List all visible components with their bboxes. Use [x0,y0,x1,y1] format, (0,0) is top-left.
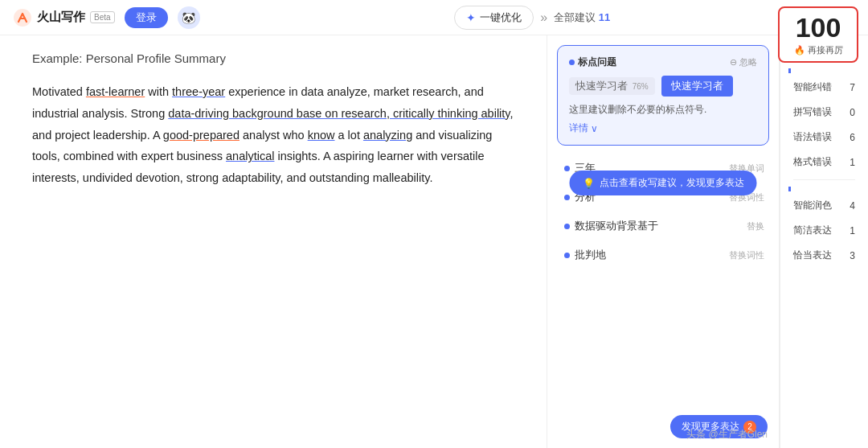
sidebar-apt[interactable]: 恰当表达 3 [787,245,862,266]
replace-area: 快速学习者 76% 快速学习者 [569,76,757,97]
item-sub: 替换 [747,220,764,232]
word-analytical: analytical [226,150,274,162]
card-tag-label: 标点问题 [578,55,616,69]
word-three-year: three-year [172,85,225,98]
suggestions-text: 全部建议 [554,11,596,23]
suggestion-panel: 标点问题 ⊖ 忽略 快速学习者 76% 快速学习者 这里建议删除不必要的标点符号… [547,35,780,448]
doc-body: Motivated fast-learner with three-year e… [32,81,522,189]
main-area: Example: Personal Profile Summary Motiva… [0,35,868,448]
sidebar-cat-smart [788,68,862,73]
card-header: 标点问题 ⊖ 忽略 [569,55,757,69]
score-sub: 🔥 再接再厉 [794,44,843,56]
sidebar-grammar-error[interactable]: 语法错误 6 [787,126,862,148]
detail-label: 详情 [569,121,588,135]
sidebar-format-error[interactable]: 格式错误 1 [787,151,862,173]
avatar-button[interactable]: 🐼 [178,6,200,29]
word-fast-learner: fast-learner [86,85,145,98]
optimize-button[interactable]: ✦ 一键优化 [454,6,534,30]
dot-icon [564,253,570,258]
smart-tone-label: 智能润色 [793,199,832,212]
navbar: 火山写作 Beta 登录 🐼 ✦ 一键优化 » 全部建议 11 [0,0,868,35]
navbar-center: ✦ 一键优化 » 全部建议 11 [210,6,855,30]
item-label: 批判地 [575,248,606,262]
doc-title: Example: Personal Profile Summary [32,51,522,65]
suggestion-item-2[interactable]: 数据驱动背景基于 替换 [547,212,779,240]
original-word: 快速学习者 76% [569,77,655,95]
spell-label: 拼写错误 [793,105,832,119]
grammar-label: 语法错误 [793,130,832,144]
sidebar-cat-polish [788,187,862,191]
score-tag: 76% [633,82,649,91]
ignore-label: 忽略 [739,56,757,68]
login-button[interactable]: 登录 [125,7,168,28]
smart-tone-count: 4 [850,200,855,212]
word-good-prepared: good-prepared [163,129,240,142]
smart-count: 7 [850,82,855,93]
smart-label: 智能纠错 [793,80,832,94]
card-desc: 这里建议删除不必要的标点符号. [569,103,757,117]
spark-icon: ✦ [466,11,476,24]
tooltip-text: 点击查看改写建议，发现更多表达 [600,176,744,190]
circle-icon: ⊖ [730,57,737,68]
bulb-icon: 💡 [583,178,595,189]
card-detail-link[interactable]: 详情 ∨ [569,121,757,135]
card-tag: 标点问题 [569,55,616,69]
brand-logo-icon [13,8,32,27]
optimize-label: 一键优化 [480,10,522,25]
sidebar-spell-error[interactable]: 拼写错误 0 [787,101,862,123]
sidebar-smart-tone[interactable]: 智能润色 4 [787,195,862,216]
apt-label: 恰当表达 [793,249,832,262]
concise-label: 简洁表达 [793,224,832,237]
ignore-button[interactable]: ⊖ 忽略 [730,56,757,68]
format-label: 格式错误 [793,155,832,169]
score-sub-label: 再接再厉 [808,44,843,56]
spell-count: 0 [850,107,855,118]
format-count: 1 [850,157,855,168]
word-analyzing: analyzing [363,129,412,142]
concise-count: 1 [850,225,855,236]
replace-word-button[interactable]: 快速学习者 [661,76,733,97]
sidebar-concise[interactable]: 简洁表达 1 [787,220,862,241]
sidebar-divider [793,179,855,180]
sidebar-smart-error[interactable]: 智能纠错 7 [787,76,862,98]
svg-point-0 [14,9,31,27]
fire-icon: 🔥 [794,45,805,55]
dot-icon [564,224,570,229]
suggestion-card-punctuation[interactable]: 标点问题 ⊖ 忽略 快速学习者 76% 快速学习者 这里建议删除不必要的标点符号… [557,45,769,146]
original-word-text: 快速学习者 [575,80,628,92]
apt-count: 3 [850,250,855,261]
detail-arrow-icon: ∨ [591,123,598,134]
grammar-count: 6 [850,132,855,143]
item-sub: 替换词性 [729,249,764,261]
dot-icon [569,60,575,65]
item-label: 数据驱动背景基于 [575,219,658,233]
score-box: 100 🔥 再接再厉 [778,6,858,63]
dot-icon [564,195,570,200]
word-know: know [308,129,335,142]
brand: 火山写作 Beta [13,8,115,27]
suggestion-item-3[interactable]: 批判地 替换词性 [547,240,779,269]
word-data-driving: data-driving background base on research… [168,107,510,120]
suggestions-label: 全部建议 11 [554,10,610,25]
text-editor[interactable]: Example: Personal Profile Summary Motiva… [0,35,547,448]
more-button[interactable]: » [540,10,547,25]
suggestions-count: 11 [599,11,610,23]
beta-badge: Beta [90,11,115,23]
score-number: 100 [796,14,841,41]
tooltip-container: 数据驱动背景基于 替换 💡 点击查看改写建议，发现更多表达 [547,212,779,240]
tooltip-bubble: 💡 点击查看改写建议，发现更多表达 [570,171,757,195]
brand-name: 火山写作 [37,10,85,25]
watermark: 头条 @生产者Glen [686,428,768,442]
dot-icon [564,166,570,171]
right-sidebar: 全部建议 11 智能纠错 7 拼写错误 0 语法错误 6 格式错误 1 智能润色 [780,35,868,448]
